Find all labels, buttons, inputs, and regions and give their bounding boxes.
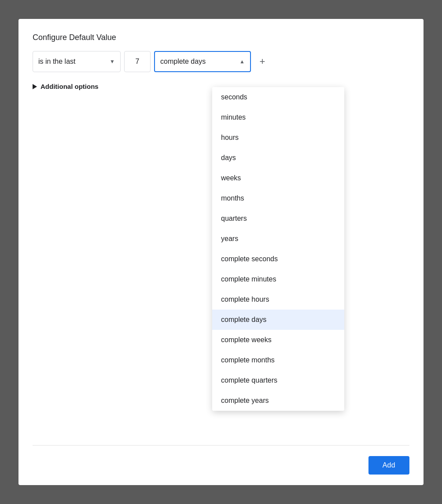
number-input[interactable] — [124, 51, 151, 72]
unit-dropdown-menu: secondsminuteshoursdaysweeksmonthsquarte… — [212, 87, 344, 411]
dropdown-item-hours[interactable]: hours — [212, 128, 344, 148]
plus-button[interactable]: + — [254, 54, 270, 69]
unit-arrow-icon: ▲ — [239, 58, 245, 65]
add-button[interactable]: Add — [368, 456, 409, 475]
dialog-footer: Add — [33, 445, 409, 485]
dropdown-item-seconds[interactable]: seconds — [212, 87, 344, 107]
plus-icon: + — [260, 56, 265, 67]
dropdown-item-years[interactable]: years — [212, 229, 344, 249]
dropdown-item-complete-minutes[interactable]: complete minutes — [212, 269, 344, 289]
dropdown-item-complete-weeks[interactable]: complete weeks — [212, 330, 344, 350]
expand-icon — [33, 84, 37, 89]
unit-dropdown[interactable]: complete days ▲ — [154, 51, 251, 72]
unit-selected-label: complete days — [160, 58, 206, 66]
controls-row: is in the last ▼ complete days ▲ + — [33, 51, 409, 72]
dropdown-item-complete-months[interactable]: complete months — [212, 350, 344, 370]
dialog-title: Configure Default Value — [33, 33, 409, 42]
dropdown-item-months[interactable]: months — [212, 188, 344, 208]
condition-dropdown[interactable]: is in the last ▼ — [33, 51, 121, 72]
dropdown-item-quarters[interactable]: quarters — [212, 208, 344, 229]
configure-dialog: Configure Default Value is in the last ▼… — [18, 19, 424, 485]
additional-options-label: Additional options — [41, 83, 99, 90]
dropdown-item-weeks[interactable]: weeks — [212, 168, 344, 188]
condition-arrow-icon: ▼ — [110, 58, 115, 65]
condition-label: is in the last — [38, 58, 75, 66]
dropdown-item-minutes[interactable]: minutes — [212, 107, 344, 128]
dropdown-item-complete-quarters[interactable]: complete quarters — [212, 370, 344, 391]
dropdown-item-complete-years[interactable]: complete years — [212, 391, 344, 411]
dropdown-item-complete-seconds[interactable]: complete seconds — [212, 249, 344, 269]
dropdown-item-complete-days[interactable]: complete days — [212, 310, 344, 330]
dropdown-item-days[interactable]: days — [212, 148, 344, 168]
dropdown-item-complete-hours[interactable]: complete hours — [212, 289, 344, 310]
